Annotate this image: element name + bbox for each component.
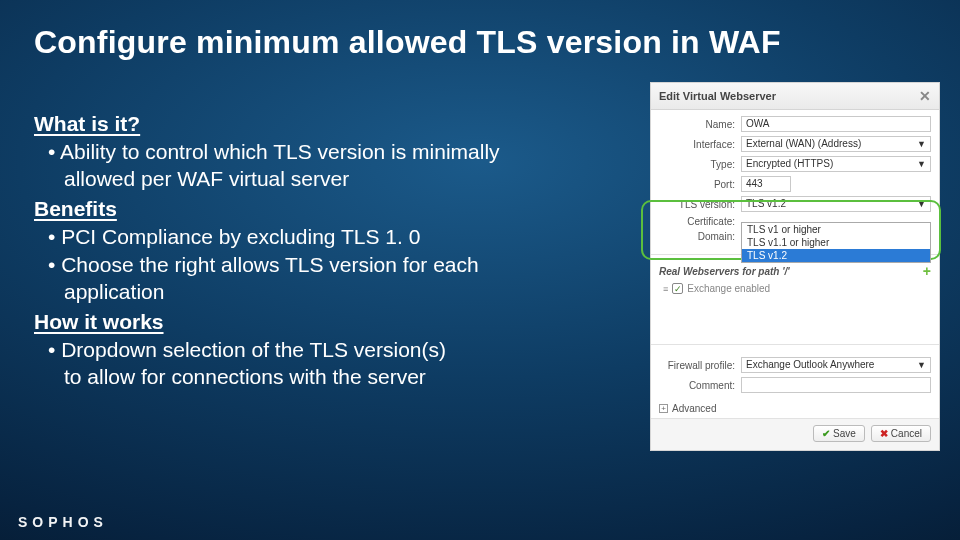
cancel-label: Cancel	[891, 428, 922, 439]
bullet: • PCI Compliance by excluding TLS 1. 0	[34, 223, 624, 251]
firewall-value: Exchange Outlook Anywhere	[746, 358, 874, 372]
label-firewall: Firewall profile:	[659, 360, 741, 371]
label-type: Type:	[659, 159, 741, 170]
dialog-form: Name: OWA Interface: External (WAN) (Add…	[651, 110, 939, 248]
slide-body: What is it? • Ability to control which T…	[34, 108, 624, 391]
label-name: Name:	[659, 119, 741, 130]
chevron-down-icon: ▼	[917, 137, 926, 151]
port-input[interactable]: 443	[741, 176, 791, 192]
label-tls: TLS version:	[659, 199, 741, 210]
dialog-form-lower: Firewall profile: Exchange Outlook Anywh…	[651, 351, 939, 399]
port-value: 443	[746, 177, 763, 191]
cancel-button[interactable]: ✖Cancel	[871, 425, 931, 442]
interface-value: External (WAN) (Address)	[746, 137, 861, 151]
row-comment: Comment:	[659, 377, 931, 393]
comment-input[interactable]	[741, 377, 931, 393]
tls-version-select[interactable]: TLS v1.2▼	[741, 196, 931, 212]
chevron-down-icon: ▼	[917, 157, 926, 171]
bullet-cont: to allow for connections with the server	[34, 363, 624, 391]
save-label: Save	[833, 428, 856, 439]
heading-what-is-it: What is it?	[34, 110, 624, 138]
dialog-title: Edit Virtual Webserver	[659, 90, 776, 102]
add-icon[interactable]: +	[923, 263, 931, 279]
real-webservers-header: Real Webservers for path '/' +	[651, 261, 939, 281]
exchange-checkbox[interactable]: ✓	[672, 283, 683, 294]
label-interface: Interface:	[659, 139, 741, 150]
tls-version-dropdown-list: TLS v1 or higher TLS v1.1 or higher TLS …	[741, 222, 931, 263]
row-type: Type: Encrypted (HTTPS)▼	[659, 156, 931, 172]
bullet: • Dropdown selection of the TLS version(…	[34, 336, 624, 364]
edit-virtual-webserver-dialog: Edit Virtual Webserver ✕ Name: OWA Inter…	[650, 82, 940, 451]
spacer	[651, 300, 939, 338]
dialog-buttons: ✔Save ✖Cancel	[651, 418, 939, 450]
sophos-logo: SOPHOS	[18, 514, 108, 530]
label-certificate: Certificate:	[659, 216, 741, 227]
label-port: Port:	[659, 179, 741, 190]
label-comment: Comment:	[659, 380, 741, 391]
row-interface: Interface: External (WAN) (Address)▼	[659, 136, 931, 152]
bullet: • Choose the right allows TLS version fo…	[34, 251, 624, 279]
heading-benefits: Benefits	[34, 195, 624, 223]
advanced-label: Advanced	[672, 403, 716, 414]
webserver-label: Exchange enabled	[687, 283, 770, 294]
dropdown-option[interactable]: TLS v1.1 or higher	[742, 236, 930, 249]
expand-icon: +	[659, 404, 668, 413]
row-tls-version: TLS version: TLS v1.2▼	[659, 196, 931, 212]
save-button[interactable]: ✔Save	[813, 425, 865, 442]
row-port: Port: 443	[659, 176, 931, 192]
check-icon: ✔	[822, 428, 830, 439]
heading-how-it-works: How it works	[34, 308, 624, 336]
advanced-toggle[interactable]: + Advanced	[651, 399, 939, 418]
tls-value: TLS v1.2	[746, 197, 786, 211]
name-input[interactable]: OWA	[741, 116, 931, 132]
chevron-down-icon: ▼	[917, 197, 926, 211]
real-webservers-label: Real Webservers for path '/'	[659, 266, 790, 277]
drag-handle-icon[interactable]: ≡	[663, 284, 668, 294]
type-value: Encrypted (HTTPS)	[746, 157, 833, 171]
separator	[651, 344, 939, 345]
bullet: • Ability to control which TLS version i…	[34, 138, 624, 166]
slide-title: Configure minimum allowed TLS version in…	[34, 24, 781, 61]
row-name: Name: OWA	[659, 116, 931, 132]
row-firewall-profile: Firewall profile: Exchange Outlook Anywh…	[659, 357, 931, 373]
bullet-cont: allowed per WAF virtual server	[34, 165, 624, 193]
type-select[interactable]: Encrypted (HTTPS)▼	[741, 156, 931, 172]
firewall-profile-select[interactable]: Exchange Outlook Anywhere▼	[741, 357, 931, 373]
name-value: OWA	[746, 117, 770, 131]
x-icon: ✖	[880, 428, 888, 439]
chevron-down-icon: ▼	[917, 358, 926, 372]
bullet-cont: application	[34, 278, 624, 306]
dropdown-option[interactable]: TLS v1 or higher	[742, 223, 930, 236]
dialog-header: Edit Virtual Webserver ✕	[651, 83, 939, 110]
slide: Configure minimum allowed TLS version in…	[0, 0, 960, 540]
dropdown-option-selected[interactable]: TLS v1.2	[742, 249, 930, 262]
interface-select[interactable]: External (WAN) (Address)▼	[741, 136, 931, 152]
close-icon[interactable]: ✕	[919, 88, 931, 104]
webserver-entry: ≡ ✓ Exchange enabled	[651, 281, 939, 300]
label-domain: Domain:	[659, 231, 741, 242]
